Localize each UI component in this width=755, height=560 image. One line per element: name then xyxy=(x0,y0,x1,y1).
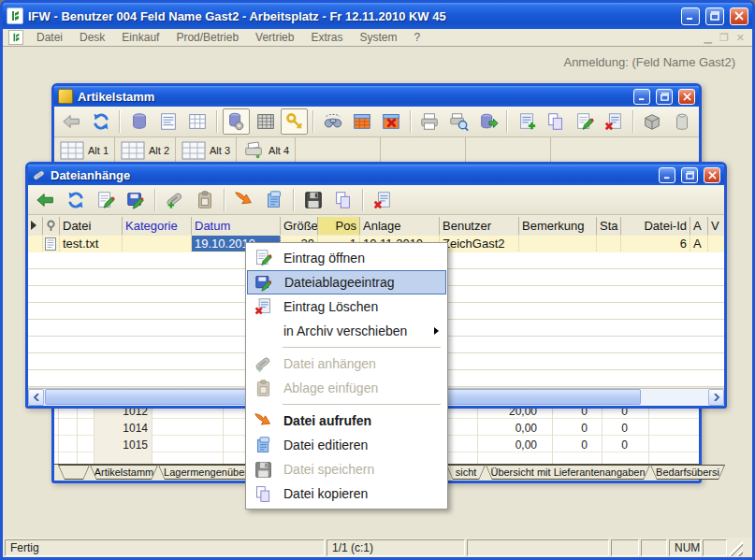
back-button[interactable] xyxy=(32,187,60,213)
tab-uebersicht-lieferanten[interactable]: Übersicht mit Lieferantenangaben xyxy=(486,465,650,480)
attachments-minimize-button[interactable] xyxy=(659,167,675,183)
refresh-button[interactable] xyxy=(62,187,90,213)
edit-file-button[interactable] xyxy=(260,187,288,213)
column-header-datum[interactable]: Datum xyxy=(192,217,281,235)
cell-datei-id[interactable]: 6 xyxy=(621,236,690,251)
grid-view-button[interactable] xyxy=(184,108,211,135)
attachments-maximize-button[interactable] xyxy=(681,167,698,183)
cell-a[interactable]: A xyxy=(690,236,708,251)
menu-item-datei-speichern[interactable]: Datei speichern xyxy=(247,457,446,481)
alt1-button[interactable]: Alt 1 xyxy=(54,137,115,163)
close-button[interactable] xyxy=(730,7,748,25)
row-marker-header[interactable] xyxy=(28,217,43,235)
column-header-benutzer[interactable]: Benutzer xyxy=(440,217,519,235)
back-button[interactable] xyxy=(58,108,85,135)
cell-benutzer[interactable]: ZeichGast2 xyxy=(440,236,519,251)
menu-item-eintrag-oeffnen[interactable]: Eintrag öffnen xyxy=(247,246,446,270)
archive-box-button[interactable] xyxy=(639,108,666,135)
column-header-a[interactable]: A xyxy=(690,217,708,235)
menu-prod-betrieb[interactable]: Prod/Betrieb xyxy=(168,30,246,45)
entry-edit-button[interactable] xyxy=(92,187,120,213)
attach-file-button[interactable] xyxy=(161,187,189,213)
list-view-button[interactable] xyxy=(154,108,181,135)
menu-extras[interactable]: Extras xyxy=(303,30,350,45)
scroll-right-button[interactable] xyxy=(708,389,724,406)
entry-copy-button[interactable] xyxy=(542,108,569,135)
pin-column-header[interactable] xyxy=(43,217,60,235)
database-settings-button[interactable] xyxy=(223,108,250,135)
grid-delete-button[interactable] xyxy=(378,108,405,135)
menu-item-dateiablageeintrag[interactable]: Dateiablageeintrag xyxy=(247,270,446,294)
key-button[interactable] xyxy=(281,108,308,135)
menu-item-ablage-einfuegen[interactable]: Ablage einfügen xyxy=(247,376,446,400)
resize-grip[interactable] xyxy=(729,539,743,556)
menu-item-datei-kopieren[interactable]: Datei kopieren xyxy=(247,481,446,506)
notepad-icon xyxy=(251,435,275,455)
artikelstamm-minimize-button[interactable] xyxy=(633,89,650,105)
tab-blank[interactable] xyxy=(58,465,90,480)
search-button[interactable] xyxy=(319,108,346,135)
copy-file-button[interactable] xyxy=(329,187,357,213)
maximize-button[interactable] xyxy=(705,7,724,25)
column-header-bemerkung[interactable]: Bemerkung xyxy=(519,217,597,235)
table-row[interactable]: 1015 xyxy=(94,437,148,453)
entry-save-button[interactable] xyxy=(122,187,150,213)
database-button[interactable] xyxy=(125,108,152,135)
menu-datei[interactable]: Datei xyxy=(29,30,70,45)
alt2-button[interactable]: Alt 2 xyxy=(115,137,176,163)
refresh-button[interactable] xyxy=(87,108,114,135)
artikelstamm-titlebar[interactable]: Artikelstamm xyxy=(54,86,699,107)
column-header-groesse[interactable]: Größe xyxy=(281,217,318,235)
menu-item-eintrag-loeschen[interactable]: Eintrag Löschen xyxy=(247,294,446,319)
tab-artikelstamm[interactable]: Artikelstamm xyxy=(90,465,158,480)
menu-vertrieb[interactable]: Vertrieb xyxy=(248,30,301,45)
column-header-pos[interactable]: Pos xyxy=(318,217,360,235)
cell-sta[interactable] xyxy=(597,236,621,251)
grid-filled-button[interactable] xyxy=(348,108,375,135)
minimize-button[interactable] xyxy=(681,7,700,25)
entry-edit-button[interactable] xyxy=(572,108,599,135)
entry-delete-button[interactable] xyxy=(369,187,397,213)
table-view-icon xyxy=(255,111,276,132)
column-header-kategorie[interactable]: Kategorie xyxy=(123,217,192,235)
menu-item-datei-editieren[interactable]: Datei editieren xyxy=(247,433,446,457)
table-row[interactable]: 1014 xyxy=(94,420,148,437)
attachments-close-button[interactable] xyxy=(704,167,720,183)
menu-system[interactable]: System xyxy=(352,30,404,45)
cell-kategorie[interactable] xyxy=(123,236,192,251)
recycle-bin-button[interactable] xyxy=(668,108,695,135)
print-preview-button[interactable] xyxy=(445,108,472,135)
cell-datei[interactable]: test.txt xyxy=(60,236,123,251)
print-button[interactable] xyxy=(416,108,443,135)
open-file-button[interactable] xyxy=(230,187,258,213)
save-file-button[interactable] xyxy=(299,187,327,213)
column-header-partial[interactable]: V xyxy=(708,217,724,235)
menu-item-datei-aufrufen[interactable]: Datei aufrufen xyxy=(247,409,446,433)
tab-bedarfsuebersicht[interactable]: Bedarfsübersi xyxy=(650,465,725,480)
menu-desk[interactable]: Desk xyxy=(72,30,112,45)
menu-einkauf[interactable]: Einkauf xyxy=(114,30,167,45)
menu-item-in-archiv-verschieben[interactable]: in Archiv verschieben xyxy=(247,319,446,343)
artikelstamm-maximize-button[interactable] xyxy=(656,89,673,105)
column-header-datei[interactable]: Datei xyxy=(60,217,123,235)
paste-button[interactable] xyxy=(191,187,219,213)
cell-bemerkung[interactable] xyxy=(519,236,597,251)
artikelstamm-close-button[interactable] xyxy=(678,89,695,105)
alt3-button[interactable]: Alt 3 xyxy=(176,137,237,163)
table-view-button[interactable] xyxy=(252,108,279,135)
entry-add-button[interactable] xyxy=(513,108,540,135)
database-export-button[interactable] xyxy=(474,108,501,135)
entry-delete-button[interactable] xyxy=(601,108,628,135)
attachments-titlebar[interactable]: Dateianhänge xyxy=(28,165,724,185)
tab-uebersicht-partial[interactable]: sicht xyxy=(446,465,486,480)
toolbar-separator xyxy=(312,110,314,133)
column-header-sta[interactable]: Sta xyxy=(597,217,621,235)
main-titlebar[interactable]: IFW - Benutzer 004 Feld Name Gast2 - Arb… xyxy=(3,3,752,29)
scroll-left-button[interactable] xyxy=(28,389,44,406)
column-header-anlage[interactable]: Anlage xyxy=(360,217,440,235)
alt4-button[interactable]: Alt 4 xyxy=(237,137,296,163)
menu-item-datei-anhaengen[interactable]: Datei anhängen xyxy=(247,352,446,376)
menu-help[interactable]: ? xyxy=(406,30,428,45)
column-header-datei-id[interactable]: Datei-Id xyxy=(621,217,690,235)
status-ready: Fertig xyxy=(5,539,325,556)
